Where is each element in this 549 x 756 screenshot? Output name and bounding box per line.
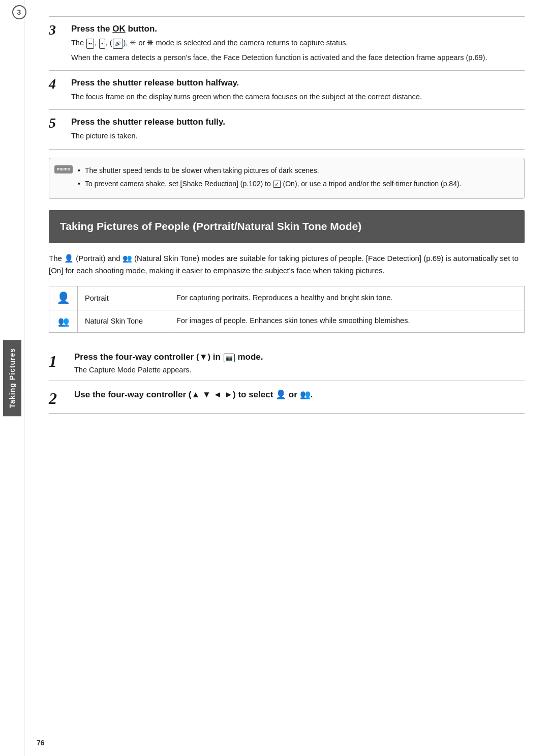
memo-list: The shutter speed tends to be slower whe… [78,165,515,189]
page-wrapper: 3 Taking Pictures 3 Press the OK button.… [0,0,549,756]
check-icon [273,181,281,188]
portrait-desc-cell: For capturing portraits. Reproduces a he… [169,286,525,310]
portrait-select-icon: 👤 [276,390,286,399]
step-5-title: Press the shutter release button fully. [71,117,525,127]
step-3-number: 3 [49,22,71,38]
memo-icon-label: memo [54,165,73,173]
memo-item-2: To prevent camera shake, set [Shake Redu… [78,179,515,190]
step-5-number: 5 [49,115,71,131]
feature-table: 👤 Portrait For capturing portraits. Repr… [49,286,525,333]
bottom-step-1-number: 1 [49,352,74,371]
bottom-step-2: 2 Use the four-way controller (▲ ▼ ◄ ►) … [49,381,525,414]
page-number: 76 [37,739,45,747]
memo-icon: memo [54,165,73,184]
step-4-title: Press the shutter release button halfway… [71,78,525,88]
mode-icon-3: 🔊 [113,39,123,49]
step-5: 5 Press the shutter release button fully… [49,110,525,149]
mode-icon-2: ▪ [99,39,105,49]
bottom-step-1-content: Press the four-way controller (▼) in 📷 m… [74,352,525,375]
portrait-icon: 👤 [56,292,70,305]
step-3: 3 Press the OK button. The ▪▪, ▪, (🔊), ✳… [49,16,525,71]
step-3-body: The ▪▪, ▪, (🔊), ✳ or ❋ mode is selected … [71,37,525,63]
table-row-portrait: 👤 Portrait For capturing portraits. Repr… [49,286,525,310]
bottom-step-2-content: Use the four-way controller (▲ ▼ ◄ ►) to… [74,389,525,402]
memo-item-1: The shutter speed tends to be slower whe… [78,165,515,177]
sidebar-label: Taking Pictures [3,340,21,416]
bottom-step-1: 1 Press the four-way controller (▼) in 📷… [49,344,525,381]
table-row-natural: 👥 Natural Skin Tone For images of people… [49,310,525,332]
arrow-down: ▼ [202,390,211,399]
step-3-content: Press the OK button. The ▪▪, ▪, (🔊), ✳ o… [71,24,525,63]
section-title: Taking Pictures of People (Portrait/Natu… [60,219,513,234]
natural-name-cell: Natural Skin Tone [78,310,169,332]
step-4-content: Press the shutter release button halfway… [71,78,525,102]
bottom-step-1-body: The Capture Mode Palette appears. [74,364,525,375]
sidebar: 3 Taking Pictures [0,0,24,756]
portrait-icon-cell: 👤 [49,286,78,310]
natural-desc-cell: For images of people. Enhances skin tone… [169,310,525,332]
step-4: 4 Press the shutter release button halfw… [49,71,525,110]
intro-paragraph: The 👤 (Portrait) and 👥 (Natural Skin Ton… [49,252,525,277]
step-5-content: Press the shutter release button fully. … [71,117,525,141]
bottom-step-2-number: 2 [49,389,74,408]
portrait-name-cell: Portrait [78,286,169,310]
bottom-step-1-title: Press the four-way controller (▼) in 📷 m… [74,352,525,362]
bottom-step-2-title: Use the four-way controller (▲ ▼ ◄ ►) to… [74,389,525,400]
natural-icon-cell: 👥 [49,310,78,332]
step-4-number: 4 [49,76,71,92]
step-3-title: Press the OK button. [71,24,525,34]
step-5-body: The picture is taken. [71,130,525,141]
down-arrow: ▼ [199,352,208,362]
natural-select-icon: 👥 [300,390,311,399]
arrow-up: ▲ [191,390,200,399]
arrow-right: ► [224,390,233,399]
sidebar-inner: 3 Taking Pictures [3,340,21,416]
mode-icon-1: ▪▪ [86,39,94,49]
main-content: 3 Press the OK button. The ▪▪, ▪, (🔊), ✳… [24,0,549,756]
step-4-body: The focus frame on the display turns gre… [71,91,525,102]
arrow-left: ◄ [214,390,222,399]
memo-box: memo The shutter speed tends to be slowe… [49,158,525,199]
section-header: Taking Pictures of People (Portrait/Natu… [49,210,525,243]
camera-mode-icon: 📷 [224,354,235,362]
natural-skin-icon: 👥 [58,316,69,327]
